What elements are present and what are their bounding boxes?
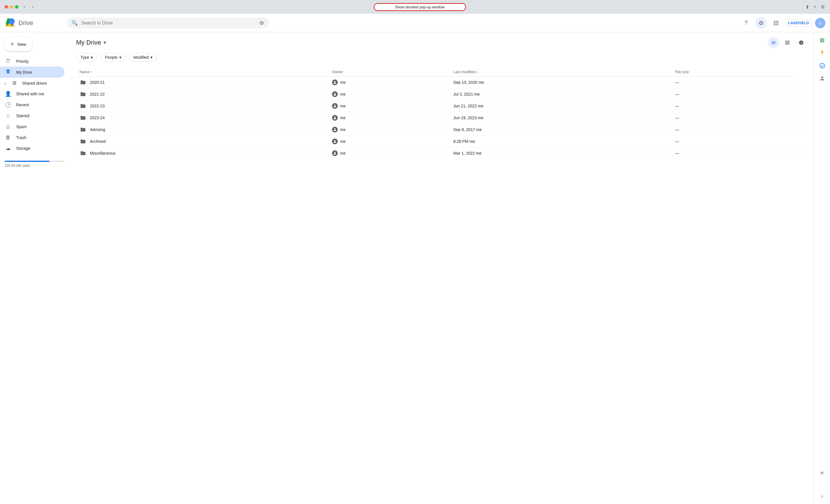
right-sidebar-expand-button[interactable]: ›: [817, 490, 828, 502]
table-row[interactable]: 2021-22 me Jul 2, 2021 me —: [76, 89, 807, 100]
close-window-button[interactable]: [5, 5, 8, 9]
right-sidebar-sheets-icon[interactable]: [817, 35, 828, 46]
browser-forward-button[interactable]: ›: [30, 3, 35, 11]
url-bar[interactable]: Show blocked pop-up window: [374, 3, 466, 11]
modified-filter-arrow-icon: ▾: [151, 55, 153, 60]
logo-area: Drive: [5, 17, 62, 29]
shared-with-me-icon: 👤: [5, 91, 11, 97]
minimize-window-button[interactable]: [10, 5, 13, 9]
list-view-button[interactable]: [768, 37, 779, 48]
view-controls: [768, 37, 807, 48]
new-button-label: New: [18, 42, 26, 47]
help-button[interactable]: ?: [740, 17, 752, 29]
sidebar-item-spam[interactable]: ⚠ Spam: [0, 121, 65, 132]
file-row-actions-cell: ⋮: [793, 112, 807, 124]
page-title-dropdown-icon[interactable]: ▾: [103, 39, 106, 46]
settings-button[interactable]: ⚙: [755, 17, 767, 29]
sidebar-item-label-shared-with-me: Shared with me: [16, 92, 44, 96]
grid-view-button[interactable]: [781, 37, 793, 48]
file-size-cell: —: [672, 89, 793, 100]
sidebar-item-starred[interactable]: ☆ Starred: [0, 110, 65, 121]
table-row[interactable]: Archived me 8:28 PM me —: [76, 136, 807, 147]
sidebar-item-label-spam: Spam: [16, 125, 27, 129]
storage-bar-fill: [5, 161, 50, 162]
sidebar-item-label-trash: Trash: [16, 135, 26, 140]
page-title: My Drive: [76, 39, 101, 46]
browser-back-button[interactable]: ‹: [22, 3, 27, 11]
svg-point-25: [334, 116, 336, 118]
owner-avatar-icon: [333, 104, 337, 108]
starred-icon: ☆: [5, 112, 11, 119]
last-modified-column-header[interactable]: Last modified ↓: [450, 67, 672, 77]
sidebar: + New ⏱ Priority My Drive › 🖥 Shared dri…: [0, 32, 69, 504]
info-button[interactable]: [795, 37, 807, 48]
people-filter-arrow-icon: ▾: [119, 55, 121, 60]
people-filter-button[interactable]: People ▾: [101, 53, 126, 62]
user-avatar[interactable]: U: [815, 18, 825, 28]
file-name: 2020-21: [90, 80, 105, 85]
new-button[interactable]: + New: [5, 37, 32, 51]
browser-tabs-button[interactable]: ⧉: [820, 3, 825, 11]
owner-avatar-icon: [333, 139, 337, 143]
right-sidebar-tasks-icon[interactable]: [817, 60, 828, 71]
svg-point-10: [775, 23, 777, 24]
owner-avatar-icon: [333, 116, 337, 120]
table-row[interactable]: Advising me Sep 8, 2017 me —: [76, 124, 807, 136]
file-owner-cell: me: [328, 136, 450, 147]
sidebar-item-shared-with-me[interactable]: 👤 Shared with me: [0, 89, 65, 99]
modified-filter-button[interactable]: Modified ▾: [129, 53, 157, 62]
folder-icon: [80, 127, 86, 132]
search-filter-icon[interactable]: ⚙: [259, 20, 264, 26]
right-sidebar-contacts-icon[interactable]: [817, 73, 828, 84]
url-bar-area: Show blocked pop-up window: [39, 3, 801, 11]
file-name-cell: 2022-23: [76, 100, 328, 112]
svg-point-11: [777, 23, 778, 24]
sidebar-item-label-shared-drives: Shared drives: [22, 81, 47, 86]
new-plus-icon: +: [10, 40, 14, 48]
header-actions: ? ⚙ LAKEFIELD U: [740, 17, 825, 29]
contacts-icon: [819, 75, 825, 81]
type-filter-button[interactable]: Type ▾: [76, 53, 97, 62]
priority-icon: ⏱: [5, 58, 11, 64]
keep-icon: [819, 50, 825, 56]
owner-name: me: [340, 139, 346, 144]
owner-name: me: [340, 115, 346, 120]
sidebar-item-priority[interactable]: ⏱ Priority: [0, 56, 65, 67]
svg-point-41: [820, 63, 825, 68]
table-row[interactable]: 2023-24 me Jun 19, 2023 me —: [76, 112, 807, 124]
table-row[interactable]: 2020-21 me Sep 13, 2020 me —: [76, 77, 807, 89]
sidebar-item-my-drive[interactable]: My Drive: [0, 67, 65, 78]
sidebar-item-trash[interactable]: 🗑 Trash: [0, 132, 65, 143]
name-sort-icon: ↑: [91, 70, 93, 74]
right-sidebar-keep-icon[interactable]: [817, 47, 828, 59]
folder-icon-wrap: [79, 103, 87, 109]
expand-arrow-icon: ›: [5, 81, 6, 86]
table-row[interactable]: 2022-23 me Jun 21, 2022 me —: [76, 100, 807, 112]
tasks-icon: [819, 63, 825, 69]
owner-avatar: [332, 150, 338, 156]
file-name: 2023-24: [90, 115, 105, 120]
file-modified-cell: 8:28 PM me: [450, 136, 672, 147]
sidebar-item-shared-drives[interactable]: › 🖥 Shared drives: [0, 78, 65, 89]
file-table: Name ↑ Owner Last modified ↓ File size: [76, 67, 807, 159]
file-owner-cell: me: [328, 100, 450, 112]
owner-avatar: [332, 91, 338, 97]
sidebar-item-label-my-drive: My Drive: [16, 70, 32, 75]
svg-point-7: [775, 21, 777, 22]
people-filter-label: People: [105, 55, 118, 60]
search-input[interactable]: [81, 21, 256, 26]
svg-point-19: [334, 93, 336, 94]
file-size-cell: —: [672, 112, 793, 124]
file-modified-cell: Jul 2, 2021 me: [450, 89, 672, 100]
grid-view-icon: [785, 40, 790, 45]
browser-newtab-button[interactable]: +: [813, 3, 818, 11]
browser-share-button[interactable]: ⬆: [804, 3, 810, 11]
file-size-cell: —: [672, 136, 793, 147]
right-sidebar-add-button[interactable]: +: [817, 467, 828, 479]
maximize-window-button[interactable]: [15, 5, 19, 9]
svg-point-13: [775, 24, 777, 25]
table-row[interactable]: Miscellaneous me Mar 1, 2022 me —: [76, 147, 807, 159]
sidebar-item-storage[interactable]: ☁ Storage: [0, 143, 65, 154]
sidebar-item-recent[interactable]: 🕐 Recent: [0, 99, 65, 110]
apps-grid-button[interactable]: [770, 17, 782, 29]
